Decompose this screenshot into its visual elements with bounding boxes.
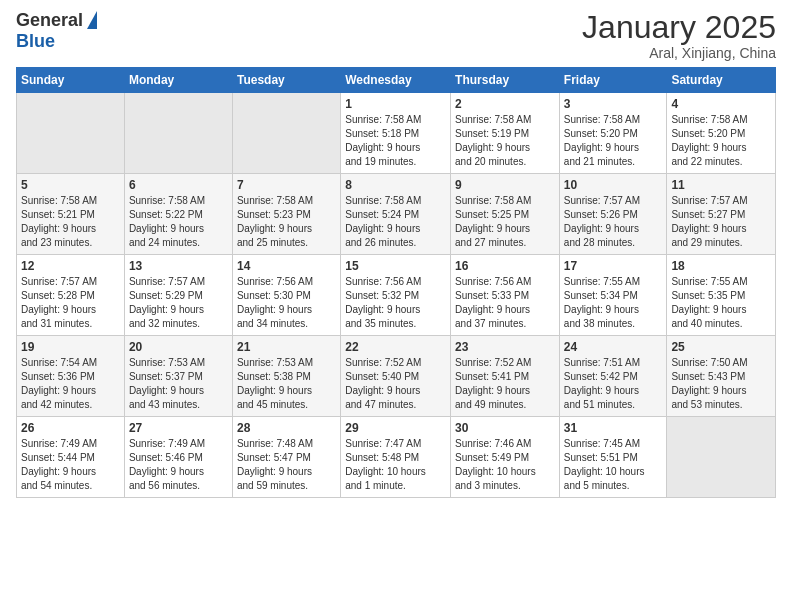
day-info: Sunrise: 7:50 AMSunset: 5:43 PMDaylight:… <box>671 356 771 412</box>
day-number: 30 <box>455 421 555 435</box>
day-number: 28 <box>237 421 336 435</box>
day-info: Sunrise: 7:52 AMSunset: 5:40 PMDaylight:… <box>345 356 446 412</box>
day-number: 21 <box>237 340 336 354</box>
calendar-cell: 23Sunrise: 7:52 AMSunset: 5:41 PMDayligh… <box>451 336 560 417</box>
day-number: 1 <box>345 97 446 111</box>
day-number: 16 <box>455 259 555 273</box>
day-info: Sunrise: 7:48 AMSunset: 5:47 PMDaylight:… <box>237 437 336 493</box>
day-number: 22 <box>345 340 446 354</box>
calendar-cell: 17Sunrise: 7:55 AMSunset: 5:34 PMDayligh… <box>559 255 667 336</box>
calendar-table: SundayMondayTuesdayWednesdayThursdayFrid… <box>16 67 776 498</box>
calendar-cell: 30Sunrise: 7:46 AMSunset: 5:49 PMDayligh… <box>451 417 560 498</box>
day-number: 17 <box>564 259 663 273</box>
weekday-header-sunday: Sunday <box>17 68 125 93</box>
day-number: 24 <box>564 340 663 354</box>
logo-blue-text: Blue <box>16 31 55 52</box>
day-number: 13 <box>129 259 228 273</box>
calendar-cell <box>667 417 776 498</box>
day-number: 29 <box>345 421 446 435</box>
day-number: 27 <box>129 421 228 435</box>
calendar-week-row: 5Sunrise: 7:58 AMSunset: 5:21 PMDaylight… <box>17 174 776 255</box>
calendar-cell: 27Sunrise: 7:49 AMSunset: 5:46 PMDayligh… <box>124 417 232 498</box>
day-info: Sunrise: 7:58 AMSunset: 5:25 PMDaylight:… <box>455 194 555 250</box>
weekday-header-saturday: Saturday <box>667 68 776 93</box>
day-number: 9 <box>455 178 555 192</box>
day-info: Sunrise: 7:57 AMSunset: 5:27 PMDaylight:… <box>671 194 771 250</box>
calendar-cell: 5Sunrise: 7:58 AMSunset: 5:21 PMDaylight… <box>17 174 125 255</box>
day-number: 3 <box>564 97 663 111</box>
day-number: 20 <box>129 340 228 354</box>
day-info: Sunrise: 7:53 AMSunset: 5:37 PMDaylight:… <box>129 356 228 412</box>
day-info: Sunrise: 7:47 AMSunset: 5:48 PMDaylight:… <box>345 437 446 493</box>
day-info: Sunrise: 7:55 AMSunset: 5:34 PMDaylight:… <box>564 275 663 331</box>
day-info: Sunrise: 7:56 AMSunset: 5:32 PMDaylight:… <box>345 275 446 331</box>
header: General Blue January 2025 Aral, Xinjiang… <box>16 10 776 61</box>
day-info: Sunrise: 7:52 AMSunset: 5:41 PMDaylight:… <box>455 356 555 412</box>
day-info: Sunrise: 7:58 AMSunset: 5:20 PMDaylight:… <box>671 113 771 169</box>
logo: General Blue <box>16 10 97 52</box>
day-info: Sunrise: 7:58 AMSunset: 5:18 PMDaylight:… <box>345 113 446 169</box>
day-info: Sunrise: 7:45 AMSunset: 5:51 PMDaylight:… <box>564 437 663 493</box>
day-number: 19 <box>21 340 120 354</box>
calendar-cell: 2Sunrise: 7:58 AMSunset: 5:19 PMDaylight… <box>451 93 560 174</box>
calendar-cell: 29Sunrise: 7:47 AMSunset: 5:48 PMDayligh… <box>341 417 451 498</box>
day-info: Sunrise: 7:51 AMSunset: 5:42 PMDaylight:… <box>564 356 663 412</box>
logo-triangle-icon <box>87 11 97 29</box>
calendar-cell: 3Sunrise: 7:58 AMSunset: 5:20 PMDaylight… <box>559 93 667 174</box>
calendar-week-row: 12Sunrise: 7:57 AMSunset: 5:28 PMDayligh… <box>17 255 776 336</box>
month-title: January 2025 <box>582 10 776 45</box>
day-info: Sunrise: 7:57 AMSunset: 5:29 PMDaylight:… <box>129 275 228 331</box>
calendar-cell <box>124 93 232 174</box>
day-number: 2 <box>455 97 555 111</box>
calendar-cell: 18Sunrise: 7:55 AMSunset: 5:35 PMDayligh… <box>667 255 776 336</box>
day-number: 4 <box>671 97 771 111</box>
day-number: 14 <box>237 259 336 273</box>
day-info: Sunrise: 7:56 AMSunset: 5:30 PMDaylight:… <box>237 275 336 331</box>
day-number: 7 <box>237 178 336 192</box>
calendar-week-row: 26Sunrise: 7:49 AMSunset: 5:44 PMDayligh… <box>17 417 776 498</box>
weekday-header-wednesday: Wednesday <box>341 68 451 93</box>
title-block: January 2025 Aral, Xinjiang, China <box>582 10 776 61</box>
day-info: Sunrise: 7:55 AMSunset: 5:35 PMDaylight:… <box>671 275 771 331</box>
calendar-cell: 19Sunrise: 7:54 AMSunset: 5:36 PMDayligh… <box>17 336 125 417</box>
day-number: 12 <box>21 259 120 273</box>
day-number: 11 <box>671 178 771 192</box>
logo-general-text: General <box>16 10 83 31</box>
day-number: 18 <box>671 259 771 273</box>
day-info: Sunrise: 7:57 AMSunset: 5:26 PMDaylight:… <box>564 194 663 250</box>
calendar-cell: 28Sunrise: 7:48 AMSunset: 5:47 PMDayligh… <box>232 417 340 498</box>
day-number: 6 <box>129 178 228 192</box>
calendar-cell: 25Sunrise: 7:50 AMSunset: 5:43 PMDayligh… <box>667 336 776 417</box>
calendar-cell: 1Sunrise: 7:58 AMSunset: 5:18 PMDaylight… <box>341 93 451 174</box>
calendar-cell: 12Sunrise: 7:57 AMSunset: 5:28 PMDayligh… <box>17 255 125 336</box>
calendar-page: General Blue January 2025 Aral, Xinjiang… <box>0 0 792 514</box>
calendar-cell: 15Sunrise: 7:56 AMSunset: 5:32 PMDayligh… <box>341 255 451 336</box>
calendar-week-row: 1Sunrise: 7:58 AMSunset: 5:18 PMDaylight… <box>17 93 776 174</box>
calendar-cell: 7Sunrise: 7:58 AMSunset: 5:23 PMDaylight… <box>232 174 340 255</box>
weekday-header-row: SundayMondayTuesdayWednesdayThursdayFrid… <box>17 68 776 93</box>
day-info: Sunrise: 7:58 AMSunset: 5:20 PMDaylight:… <box>564 113 663 169</box>
calendar-week-row: 19Sunrise: 7:54 AMSunset: 5:36 PMDayligh… <box>17 336 776 417</box>
calendar-cell: 26Sunrise: 7:49 AMSunset: 5:44 PMDayligh… <box>17 417 125 498</box>
weekday-header-tuesday: Tuesday <box>232 68 340 93</box>
day-info: Sunrise: 7:58 AMSunset: 5:21 PMDaylight:… <box>21 194 120 250</box>
weekday-header-friday: Friday <box>559 68 667 93</box>
day-number: 8 <box>345 178 446 192</box>
calendar-cell: 24Sunrise: 7:51 AMSunset: 5:42 PMDayligh… <box>559 336 667 417</box>
calendar-cell: 6Sunrise: 7:58 AMSunset: 5:22 PMDaylight… <box>124 174 232 255</box>
day-info: Sunrise: 7:46 AMSunset: 5:49 PMDaylight:… <box>455 437 555 493</box>
day-info: Sunrise: 7:58 AMSunset: 5:22 PMDaylight:… <box>129 194 228 250</box>
day-number: 5 <box>21 178 120 192</box>
day-number: 31 <box>564 421 663 435</box>
calendar-cell: 9Sunrise: 7:58 AMSunset: 5:25 PMDaylight… <box>451 174 560 255</box>
calendar-cell <box>17 93 125 174</box>
calendar-cell <box>232 93 340 174</box>
calendar-cell: 22Sunrise: 7:52 AMSunset: 5:40 PMDayligh… <box>341 336 451 417</box>
calendar-cell: 16Sunrise: 7:56 AMSunset: 5:33 PMDayligh… <box>451 255 560 336</box>
day-info: Sunrise: 7:58 AMSunset: 5:23 PMDaylight:… <box>237 194 336 250</box>
location-title: Aral, Xinjiang, China <box>582 45 776 61</box>
day-info: Sunrise: 7:54 AMSunset: 5:36 PMDaylight:… <box>21 356 120 412</box>
weekday-header-thursday: Thursday <box>451 68 560 93</box>
day-number: 26 <box>21 421 120 435</box>
calendar-cell: 14Sunrise: 7:56 AMSunset: 5:30 PMDayligh… <box>232 255 340 336</box>
